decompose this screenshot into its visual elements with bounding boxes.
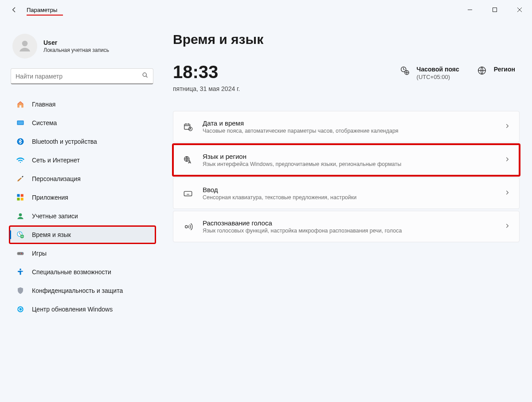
sidebar-item-label: Специальные возможности — [32, 268, 111, 276]
sidebar-item-label: Система — [32, 119, 57, 126]
status-row: 18:33 пятница, 31 мая 2024 г. Часовой по… — [173, 63, 520, 92]
svg-point-5 — [143, 73, 146, 76]
avatar — [12, 34, 37, 59]
sidebar-item-label: Персонализация — [32, 175, 81, 182]
card-subtitle: Язык интерфейса Windows, предпочитаемые … — [203, 161, 495, 167]
timezone-block[interactable]: Часовой пояс (UTC+05:00) — [400, 63, 459, 80]
wifi-icon — [16, 156, 25, 164]
region-block[interactable]: Регион — [477, 63, 520, 75]
svg-rect-18 — [17, 252, 24, 255]
svg-point-14 — [19, 213, 22, 217]
person-icon — [16, 212, 25, 220]
sidebar-item-bluetooth[interactable]: Bluetooth и устройства — [10, 133, 155, 150]
bluetooth-icon — [16, 138, 25, 146]
timezone-value: (UTC+05:00) — [417, 74, 459, 80]
card-date-time[interactable]: Дата и время Часовые пояса, автоматическ… — [173, 111, 520, 142]
sidebar-item-home[interactable]: Главная — [10, 96, 155, 113]
main-content: Время и язык 18:33 пятница, 31 мая 2024 … — [159, 30, 532, 402]
search-input[interactable] — [16, 73, 142, 80]
maximize-button[interactable] — [482, 1, 507, 19]
account-name: User — [43, 39, 109, 46]
language-icon — [182, 155, 194, 165]
card-subtitle: Сенсорная клавиатура, текстовые предложе… — [203, 194, 495, 201]
page-title: Время и язык — [173, 32, 520, 47]
svg-rect-13 — [21, 198, 23, 201]
home-icon — [16, 100, 25, 108]
chevron-right-icon — [504, 223, 510, 231]
timezone-icon — [400, 66, 411, 75]
svg-point-20 — [21, 253, 22, 254]
sidebar-item-label: Приложения — [32, 194, 68, 201]
sidebar-item-gaming[interactable]: Игры — [10, 245, 155, 262]
card-title: Распознавание голоса — [203, 219, 495, 227]
svg-line-6 — [146, 76, 147, 77]
sidebar-item-label: Bluetooth и устройства — [32, 138, 97, 145]
title-highlight-underline — [27, 15, 63, 16]
app-title[interactable]: Параметры — [27, 7, 57, 13]
sidebar-item-label: Игры — [32, 250, 47, 257]
sidebar-item-time-language[interactable]: Время и язык — [10, 226, 155, 243]
titlebar: Параметры — [0, 0, 532, 20]
svg-point-31 — [185, 225, 188, 228]
svg-rect-12 — [17, 198, 20, 201]
clock-block: 18:33 пятница, 31 мая 2024 г. — [173, 63, 382, 92]
settings-cards: Дата и время Часовые пояса, автоматическ… — [173, 111, 520, 242]
selection-indicator — [10, 230, 11, 239]
chevron-right-icon — [504, 189, 510, 197]
svg-rect-8 — [18, 121, 23, 125]
chevron-right-icon — [504, 156, 510, 164]
svg-rect-11 — [21, 194, 23, 197]
card-subtitle: Часовые пояса, автоматические параметры … — [203, 128, 495, 134]
chevron-right-icon — [504, 123, 510, 131]
sidebar: User Локальная учетная запись Главная Си… — [0, 30, 159, 402]
sidebar-item-label: Учетные записи — [32, 213, 78, 220]
region-label: Регион — [494, 66, 515, 73]
sidebar-item-network[interactable]: Сеть и Интернет — [10, 152, 155, 169]
search-icon — [142, 72, 149, 80]
minimize-button[interactable] — [458, 1, 482, 19]
card-typing[interactable]: Ввод Сенсорная клавиатура, текстовые пре… — [173, 177, 520, 209]
gamepad-icon — [16, 249, 25, 257]
sidebar-item-label: Главная — [32, 101, 55, 108]
account-subtitle: Локальная учетная запись — [43, 47, 109, 53]
sidebar-item-personalization[interactable]: Персонализация — [10, 170, 155, 187]
sidebar-item-apps[interactable]: Приложения — [10, 189, 155, 206]
sidebar-item-system[interactable]: Система — [10, 114, 155, 131]
card-subtitle: Язык голосовых функций, настройка микроф… — [203, 228, 495, 234]
clock-globe-icon — [16, 231, 25, 239]
sidebar-item-label: Конфиденциальность и защита — [32, 287, 123, 294]
back-button[interactable] — [10, 5, 19, 14]
sidebar-item-label: Центр обновления Windows — [32, 306, 113, 313]
card-title: Дата и время — [203, 119, 495, 127]
sidebar-item-accessibility[interactable]: Специальные возможности — [10, 264, 155, 280]
sidebar-item-privacy[interactable]: Конфиденциальность и защита — [10, 282, 155, 299]
card-title: Язык и регион — [203, 153, 495, 160]
calendar-clock-icon — [182, 122, 194, 132]
clock-date: пятница, 31 мая 2024 г. — [173, 85, 382, 92]
keyboard-icon — [182, 189, 194, 198]
update-icon — [16, 305, 25, 313]
sidebar-nav: Главная Система Bluetooth и устройства С… — [8, 93, 159, 320]
shield-icon — [16, 287, 25, 295]
globe-icon — [477, 66, 488, 75]
sidebar-item-windows-update[interactable]: Центр обновления Windows — [10, 301, 155, 318]
svg-rect-27 — [184, 124, 190, 129]
svg-point-4 — [22, 41, 28, 47]
clock-time: 18:33 — [173, 63, 382, 81]
card-language-region[interactable]: Язык и регион Язык интерфейса Windows, п… — [173, 144, 520, 176]
svg-rect-30 — [184, 191, 192, 196]
accessibility-icon — [16, 268, 25, 276]
sidebar-item-label: Время и язык — [32, 231, 71, 238]
close-button[interactable] — [507, 1, 532, 19]
svg-rect-10 — [17, 194, 20, 197]
brush-icon — [16, 175, 25, 183]
speech-icon — [182, 222, 194, 232]
search-box[interactable] — [11, 68, 153, 84]
svg-point-22 — [20, 268, 21, 270]
card-speech[interactable]: Распознавание голоса Язык голосовых функ… — [173, 211, 520, 242]
account-block[interactable]: User Локальная учетная запись — [8, 30, 159, 68]
apps-icon — [16, 193, 25, 201]
sidebar-item-accounts[interactable]: Учетные записи — [10, 208, 155, 225]
svg-point-19 — [19, 253, 20, 254]
svg-point-21 — [22, 252, 23, 253]
